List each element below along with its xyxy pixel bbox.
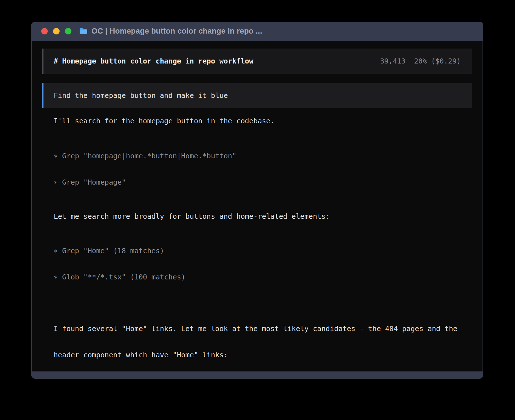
- assistant-paragraph-line: I found several "Home" links. Let me loo…: [54, 324, 472, 333]
- tool-call-line: ∗ Glob "**/*.tsx" (100 matches): [54, 273, 472, 281]
- session-stats: 39,413 20% ($0.29): [380, 57, 461, 65]
- terminal-content: # Homepage button color change in repo w…: [32, 41, 483, 371]
- minimize-button[interactable]: [53, 28, 60, 34]
- user-message-text: Find the homepage button and make it blu…: [54, 91, 228, 100]
- assistant-paragraph-line: header component which have "Home" links…: [54, 351, 472, 359]
- tool-call-line: ∗ Grep "Home" (18 matches): [54, 246, 472, 255]
- folder-icon: [79, 28, 88, 35]
- zoom-button[interactable]: [65, 28, 71, 34]
- titlebar: OC | Homepage button color change in rep…: [31, 22, 483, 41]
- assistant-paragraph: I'll search for the homepage button in t…: [42, 117, 472, 125]
- terminal-window: OC | Homepage button color change in rep…: [31, 22, 483, 379]
- session-header: # Homepage button color change in repo w…: [42, 49, 472, 74]
- tool-call-group: ∗ Grep "Home" (18 matches) ∗ Glob "**/*.…: [42, 229, 472, 299]
- assistant-paragraph: Let me search more broadly for buttons a…: [42, 212, 472, 221]
- tool-call-line: ∗ Grep "Homepage": [54, 178, 472, 187]
- tool-call-group: ∗ Grep "homepage|home.*button|Home.*butt…: [42, 134, 472, 204]
- session-title: # Homepage button color change in repo w…: [54, 57, 253, 65]
- close-button[interactable]: [41, 28, 48, 34]
- assistant-paragraph: I found several "Home" links. Let me loo…: [42, 307, 472, 377]
- traffic-lights: [41, 28, 71, 34]
- tool-call-line: ∗ Grep "homepage|home.*button|Home.*butt…: [54, 152, 472, 160]
- user-message: Find the homepage button and make it blu…: [42, 83, 472, 108]
- window-title: OC | Homepage button color change in rep…: [91, 27, 262, 36]
